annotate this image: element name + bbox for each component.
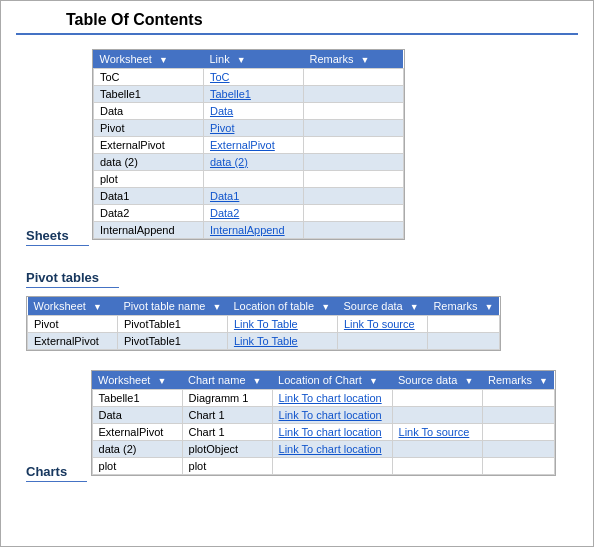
charts-col-source[interactable]: Source data ▼ xyxy=(392,371,482,390)
table-row: ExternalPivotExternalPivot xyxy=(93,137,403,154)
sheets-col-link[interactable]: Link ▼ xyxy=(203,50,303,69)
pivot-location-filter-icon[interactable]: ▼ xyxy=(321,302,330,312)
sheets-cell-remarks xyxy=(303,137,403,154)
charts-location-link[interactable]: Link To chart location xyxy=(279,426,382,438)
sheets-cell-link[interactable]: Pivot xyxy=(203,120,303,137)
sheets-cell-remarks xyxy=(303,103,403,120)
pivot-cell-remarks xyxy=(427,316,499,333)
charts-location-filter-icon[interactable]: ▼ xyxy=(369,376,378,386)
charts-col-name[interactable]: Chart name ▼ xyxy=(182,371,272,390)
pivot-table-wrapper: Worksheet ▼ Pivot table name ▼ Location … xyxy=(26,296,501,351)
sheets-cell-link[interactable]: InternalAppend xyxy=(203,222,303,239)
pivot-location-link[interactable]: Link To Table xyxy=(234,335,298,347)
charts-worksheet-filter-icon[interactable]: ▼ xyxy=(157,376,166,386)
charts-name-filter-icon[interactable]: ▼ xyxy=(253,376,262,386)
pivot-cell-source[interactable]: Link To source xyxy=(337,316,427,333)
sheets-cell-remarks xyxy=(303,154,403,171)
sheets-table: Worksheet ▼ Link ▼ Remarks ▼ xyxy=(93,50,404,239)
table-row: Data1Data1 xyxy=(93,188,403,205)
pivot-title: Pivot tables xyxy=(26,270,119,288)
table-row: Tabelle1Tabelle1 xyxy=(93,86,403,103)
charts-cell-source xyxy=(392,458,482,475)
table-row: data (2)plotObjectLink To chart location xyxy=(92,441,554,458)
sheets-cell-worksheet: Data xyxy=(93,103,203,120)
sheets-cell-worksheet: Data2 xyxy=(93,205,203,222)
charts-cell-remarks xyxy=(482,390,554,407)
charts-table: Worksheet ▼ Chart name ▼ Location of Cha… xyxy=(92,371,555,475)
sheets-col-remarks[interactable]: Remarks ▼ xyxy=(303,50,403,69)
sheets-cell-link[interactable]: Data2 xyxy=(203,205,303,222)
charts-cell-worksheet: plot xyxy=(92,458,182,475)
pivot-col-source[interactable]: Source data ▼ xyxy=(337,297,427,316)
charts-cell-location[interactable]: Link To chart location xyxy=(272,424,392,441)
pivot-cell-name: PivotTable1 xyxy=(118,316,228,333)
pivot-worksheet-filter-icon[interactable]: ▼ xyxy=(93,302,102,312)
table-row: DataData xyxy=(93,103,403,120)
sheets-cell-link[interactable]: ToC xyxy=(203,69,303,86)
charts-col-location[interactable]: Location of Chart ▼ xyxy=(272,371,392,390)
sheets-cell-link[interactable]: ExternalPivot xyxy=(203,137,303,154)
charts-cell-name: Chart 1 xyxy=(182,407,272,424)
charts-remarks-filter-icon[interactable]: ▼ xyxy=(539,376,548,386)
sheets-link[interactable]: Data xyxy=(210,105,233,117)
sheets-link[interactable]: Pivot xyxy=(210,122,234,134)
sheets-link[interactable]: data (2) xyxy=(210,156,248,168)
pivot-cell-source xyxy=(337,333,427,350)
charts-section: Charts Worksheet ▼ Chart name ▼ L xyxy=(16,370,578,490)
sheets-col-worksheet[interactable]: Worksheet ▼ xyxy=(93,50,203,69)
sheets-link[interactable]: InternalAppend xyxy=(210,224,285,236)
sheets-cell-link[interactable]: Data xyxy=(203,103,303,120)
charts-cell-source xyxy=(392,407,482,424)
sheets-cell-remarks xyxy=(303,171,403,188)
charts-cell-location[interactable]: Link To chart location xyxy=(272,441,392,458)
sheets-link[interactable]: ExternalPivot xyxy=(210,139,275,151)
pivot-col-location[interactable]: Location of table ▼ xyxy=(227,297,337,316)
worksheet-filter-icon[interactable]: ▼ xyxy=(159,55,168,65)
pivot-location-link[interactable]: Link To Table xyxy=(234,318,298,330)
table-row: PivotPivot xyxy=(93,120,403,137)
charts-source-link[interactable]: Link To source xyxy=(399,426,470,438)
charts-cell-location xyxy=(272,458,392,475)
charts-col-remarks[interactable]: Remarks ▼ xyxy=(482,371,554,390)
pivot-source-link[interactable]: Link To source xyxy=(344,318,415,330)
remarks-filter-icon[interactable]: ▼ xyxy=(361,55,370,65)
pivot-cell-location[interactable]: Link To Table xyxy=(227,333,337,350)
sheets-cell-remarks xyxy=(303,222,403,239)
page-title: Table Of Contents xyxy=(16,11,578,35)
charts-cell-source[interactable]: Link To source xyxy=(392,424,482,441)
pivot-source-filter-icon[interactable]: ▼ xyxy=(410,302,419,312)
table-row: Data2Data2 xyxy=(93,205,403,222)
charts-source-filter-icon[interactable]: ▼ xyxy=(464,376,473,386)
pivot-col-worksheet[interactable]: Worksheet ▼ xyxy=(28,297,118,316)
pivot-name-filter-icon[interactable]: ▼ xyxy=(213,302,222,312)
link-filter-icon[interactable]: ▼ xyxy=(237,55,246,65)
sheets-cell-link[interactable]: Tabelle1 xyxy=(203,86,303,103)
pivot-cell-location[interactable]: Link To Table xyxy=(227,316,337,333)
charts-cell-name: Diagramm 1 xyxy=(182,390,272,407)
charts-cell-worksheet: data (2) xyxy=(92,441,182,458)
pivot-col-remarks[interactable]: Remarks ▼ xyxy=(427,297,499,316)
charts-location-link[interactable]: Link To chart location xyxy=(279,392,382,404)
sheets-cell-remarks xyxy=(303,188,403,205)
sheets-cell-remarks xyxy=(303,205,403,222)
sheets-link[interactable]: Tabelle1 xyxy=(210,88,251,100)
charts-location-link[interactable]: Link To chart location xyxy=(279,443,382,455)
charts-col-worksheet[interactable]: Worksheet ▼ xyxy=(92,371,182,390)
sheets-cell-link[interactable]: data (2) xyxy=(203,154,303,171)
table-row: ExternalPivotPivotTable1Link To Table xyxy=(28,333,500,350)
sheets-table-wrapper: Worksheet ▼ Link ▼ Remarks ▼ xyxy=(92,49,405,240)
sheets-link[interactable]: Data2 xyxy=(210,207,239,219)
table-row: PivotPivotTable1Link To TableLink To sou… xyxy=(28,316,500,333)
charts-table-wrapper: Worksheet ▼ Chart name ▼ Location of Cha… xyxy=(91,370,556,476)
pivot-cell-worksheet: ExternalPivot xyxy=(28,333,118,350)
sheets-cell-link[interactable]: Data1 xyxy=(203,188,303,205)
charts-cell-location[interactable]: Link To chart location xyxy=(272,407,392,424)
sheets-cell-remarks xyxy=(303,120,403,137)
pivot-col-name[interactable]: Pivot table name ▼ xyxy=(118,297,228,316)
sheets-cell-worksheet: InternalAppend xyxy=(93,222,203,239)
pivot-remarks-filter-icon[interactable]: ▼ xyxy=(485,302,494,312)
sheets-link[interactable]: Data1 xyxy=(210,190,239,202)
sheets-link[interactable]: ToC xyxy=(210,71,230,83)
charts-cell-location[interactable]: Link To chart location xyxy=(272,390,392,407)
charts-location-link[interactable]: Link To chart location xyxy=(279,409,382,421)
